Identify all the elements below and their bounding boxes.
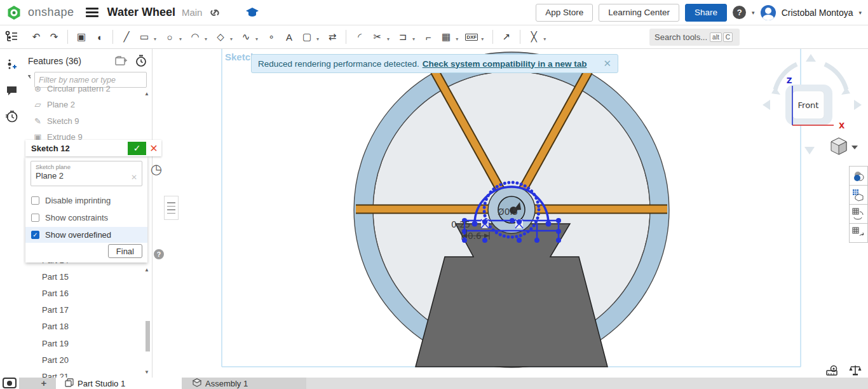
view-cube-label[interactable]: Front [798, 100, 819, 110]
view-mode-cube-icon[interactable] [831, 138, 846, 154]
onshape-logo-text[interactable]: onshape [28, 6, 74, 19]
dialog-cancel-icon[interactable]: ✕ [146, 142, 161, 155]
revolve-icon[interactable]: ◖ [91, 29, 107, 46]
collapsed-list-icon[interactable] [164, 196, 179, 220]
comment-icon[interactable] [0, 79, 23, 101]
exploded-view-icon[interactable] [849, 223, 868, 243]
extrude-icon[interactable]: ▣ [73, 29, 90, 46]
slot-icon[interactable]: ▢ [299, 29, 315, 46]
dialog-accept-icon[interactable]: ✓ [128, 142, 146, 155]
final-button[interactable]: Final [108, 244, 142, 258]
tilt-down-arrow-icon[interactable] [804, 147, 815, 154]
filter-icon[interactable] [28, 75, 31, 85]
spline-icon[interactable]: ∿ [238, 29, 254, 46]
view-mode-caret-icon[interactable] [851, 146, 858, 149]
clear-selection-icon[interactable]: ✕ [131, 173, 137, 182]
line-icon[interactable]: ╱ [118, 29, 135, 46]
trim-icon[interactable]: ✂ [369, 29, 386, 46]
feature-rollback-clock-icon[interactable]: ◷ [149, 162, 163, 176]
export-dxf-caret-icon[interactable]: ▾ [481, 36, 484, 42]
learning-badge-icon[interactable] [245, 7, 259, 18]
banner-compatibility-link[interactable]: Check system compatibility in a new tab [423, 59, 587, 69]
export-dxf-icon[interactable]: DXF [463, 29, 480, 46]
offset-icon[interactable]: ⊐ [395, 29, 411, 46]
checkbox-icon[interactable]: ✓ [31, 196, 39, 205]
checkbox-icon[interactable]: ✓ [31, 231, 39, 239]
polygon-icon[interactable]: ◇ [212, 29, 229, 46]
rectangle-icon[interactable]: ▭ [136, 29, 153, 46]
trim-caret-icon[interactable]: ▾ [387, 36, 390, 42]
appearance-icon[interactable] [849, 166, 868, 186]
measure-icon[interactable] [826, 365, 840, 379]
user-name[interactable]: Cristobal Montoya [782, 8, 853, 18]
circle-caret-icon[interactable]: ▾ [179, 36, 182, 42]
checkbox-show-constraints[interactable]: ✓Show constraints [25, 210, 147, 226]
mirror-pattern-icon[interactable]: ▦ [438, 29, 454, 46]
slot-caret-icon[interactable]: ▾ [316, 36, 319, 42]
share-button[interactable]: Share [685, 4, 727, 22]
help-caret-icon[interactable]: ▾ [752, 10, 755, 16]
tab-assembly-1[interactable]: Assembly 1 [184, 378, 304, 389]
polygon-caret-icon[interactable]: ▾ [230, 36, 233, 42]
workspace-branch[interactable]: Main [182, 7, 203, 18]
mirror-pattern-caret-icon[interactable]: ▾ [456, 36, 458, 42]
banner-close-icon[interactable]: ✕ [603, 58, 611, 69]
named-views-icon[interactable] [849, 185, 868, 205]
rectangle-caret-icon[interactable]: ▾ [154, 36, 156, 42]
parts-scroll-up-icon[interactable]: ▲ [144, 267, 149, 273]
feature-item[interactable]: ✎Sketch 9 [25, 113, 145, 128]
tab-part-studio-1[interactable]: Part Studio 1 [56, 378, 182, 389]
feature-item[interactable]: ▱Plane 2 [25, 97, 145, 113]
scroll-up-icon[interactable]: ▲ [144, 91, 149, 97]
app-store-button[interactable]: App Store [536, 4, 593, 22]
history-icon[interactable] [0, 106, 23, 127]
dimension-icon[interactable]: ↗ [498, 29, 515, 46]
sketch-dialog-header[interactable]: Sketch 12 ✓ ✕ [25, 140, 161, 156]
learning-center-button[interactable]: Learning Center [599, 4, 679, 22]
part-item[interactable]: Part 18 [25, 319, 145, 334]
add-tab-icon[interactable]: + [33, 378, 55, 389]
undo-icon[interactable]: ↶ [28, 29, 44, 46]
parts-scroll-down-icon[interactable]: ▼ [144, 369, 149, 375]
insert-feature-icon[interactable] [0, 54, 23, 76]
part-item[interactable]: Part 19 [25, 336, 145, 351]
dim-diameter[interactable]: Ø0.5 [498, 207, 518, 217]
tab-scrollbar[interactable] [306, 378, 868, 389]
avatar[interactable] [761, 5, 776, 20]
document-title[interactable]: Water Wheel [107, 6, 175, 19]
help-icon[interactable]: ? [733, 6, 746, 19]
part-item[interactable]: Part 20 [25, 352, 145, 367]
add-folder-icon[interactable] [115, 56, 128, 66]
rotate-right-face-icon[interactable] [854, 100, 862, 110]
fillet-icon[interactable]: ◜ [351, 29, 368, 46]
section-view-icon[interactable] [849, 204, 868, 224]
spline-caret-icon[interactable]: ▾ [255, 36, 258, 42]
part-item[interactable]: Part 15 [25, 269, 145, 284]
onshape-logo-icon[interactable] [6, 5, 22, 20]
checkbox-show-overdefined[interactable]: ✓Show overdefined [25, 227, 147, 243]
linear-pattern-icon[interactable]: ⇄ [324, 29, 341, 46]
use-project-icon[interactable]: ⌐ [420, 29, 437, 46]
part-item[interactable]: Part 16 [25, 285, 145, 301]
sketch-plane-field[interactable]: Sketch plane Plane 2 ✕ [31, 161, 142, 186]
constraint-icon[interactable]: ╳ [526, 29, 542, 46]
feature-list-icon[interactable] [0, 31, 23, 43]
rotate-left-face-icon[interactable] [763, 100, 770, 110]
sketch-text-icon[interactable]: A [281, 29, 297, 46]
parts-scrollbar-thumb[interactable] [146, 321, 150, 351]
constraint-caret-icon[interactable]: ▾ [543, 36, 546, 42]
part-item[interactable]: Part 17 [25, 303, 145, 318]
arc-caret-icon[interactable]: ▾ [205, 36, 207, 42]
share-link-icon[interactable] [208, 6, 221, 19]
checkbox-disable-imprinting[interactable]: ✓Disable imprinting [25, 193, 147, 208]
rollback-history-icon[interactable] [135, 55, 147, 67]
document-menu-icon[interactable] [86, 8, 98, 17]
mass-properties-icon[interactable] [849, 364, 862, 379]
point-icon[interactable]: ∘ [263, 29, 280, 46]
user-menu-caret-icon[interactable]: ▾ [858, 10, 862, 16]
view-cube[interactable]: Front Z X [756, 49, 868, 161]
feature-item[interactable]: ⊛Circular pattern 2 [25, 85, 145, 96]
dialog-help-icon[interactable]: ? [154, 249, 164, 259]
search-tools-input[interactable]: Search tools... altC [649, 29, 740, 46]
checkbox-icon[interactable]: ✓ [31, 214, 39, 222]
